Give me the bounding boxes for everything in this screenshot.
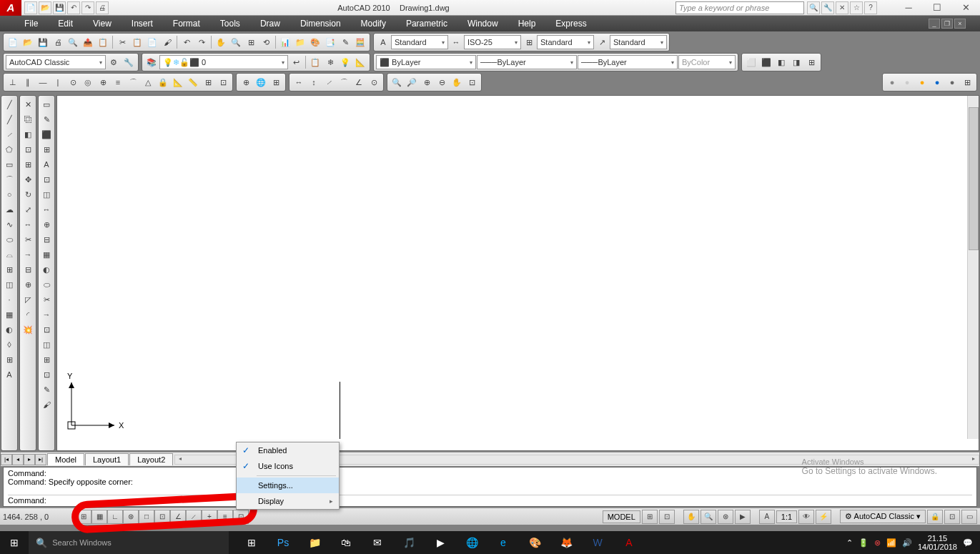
move-icon[interactable]: ✥ xyxy=(21,172,35,187)
m16-icon[interactable]: ⊡ xyxy=(39,322,54,337)
m3-icon[interactable]: ⬛ xyxy=(39,127,54,142)
markup-icon[interactable]: ✎ xyxy=(338,35,352,49)
qat-print-icon[interactable]: 🖨 xyxy=(96,1,109,14)
tab-first[interactable]: |◂ xyxy=(1,454,12,465)
favorites-icon[interactable]: ☆ xyxy=(850,1,863,14)
tray-chevron-icon[interactable]: ⌃ xyxy=(846,538,853,548)
polygon-icon[interactable]: ⬠ xyxy=(2,142,16,157)
space-button[interactable]: MODEL xyxy=(603,510,640,523)
drawing-canvas[interactable]: X Y xyxy=(56,95,979,451)
linetype-dropdown[interactable]: ─── ByLayer xyxy=(477,55,577,69)
ctx-display[interactable]: Display ▸ xyxy=(237,493,339,509)
otrack-toggle[interactable]: ∠ xyxy=(170,510,186,524)
explorer-icon[interactable]: 📁 xyxy=(299,531,330,554)
toolbar-lock-icon[interactable]: 🔒 xyxy=(927,510,943,524)
qview-drawings-icon[interactable]: ⊡ xyxy=(659,510,675,524)
m5-icon[interactable]: A xyxy=(39,157,54,172)
tab-next[interactable]: ▸ xyxy=(24,454,35,465)
scroll-left-icon[interactable]: ◂ xyxy=(175,455,185,464)
chamfer-icon[interactable]: ◸ xyxy=(21,292,35,307)
notifications-icon[interactable]: 💬 xyxy=(963,538,973,548)
tab-model[interactable]: Model xyxy=(47,453,84,465)
ortho-toggle[interactable]: ∟ xyxy=(107,510,123,524)
coordinates-display[interactable]: 1464. 258 , 0 xyxy=(3,513,74,521)
tab-prev[interactable]: ◂ xyxy=(12,454,24,465)
pc12-icon[interactable]: 📐 xyxy=(171,75,185,89)
menu-parametric[interactable]: Parametric xyxy=(396,16,457,31)
ellarc-icon[interactable]: ⌓ xyxy=(2,247,16,262)
close-button[interactable]: ✕ xyxy=(951,0,980,16)
menu-view[interactable]: View xyxy=(83,16,122,31)
r3-icon[interactable]: ● xyxy=(915,75,929,89)
f1-icon[interactable]: 🔍 xyxy=(390,75,404,89)
f5-icon[interactable]: ✋ xyxy=(450,75,464,89)
scale-icon[interactable]: ⤢ xyxy=(21,202,35,217)
showmotion-icon[interactable]: ▶ xyxy=(735,510,751,524)
qview-layouts-icon[interactable]: ⊞ xyxy=(642,510,658,524)
line-icon[interactable]: ╱ xyxy=(2,97,16,112)
join-icon[interactable]: ⊕ xyxy=(21,277,35,292)
tab-last[interactable]: ▸| xyxy=(35,454,46,465)
pan2-icon[interactable]: ✋ xyxy=(683,510,699,524)
textstyle-icon[interactable]: A xyxy=(376,35,390,49)
zoom2-icon[interactable]: 🔍 xyxy=(701,510,716,524)
app-logo[interactable]: A xyxy=(0,0,21,16)
erase-icon[interactable]: ✕ xyxy=(21,97,35,112)
qat-new-icon[interactable]: 📄 xyxy=(24,1,37,14)
qat-open-icon[interactable]: 📂 xyxy=(39,1,51,14)
layer-iso-icon[interactable]: 📋 xyxy=(308,55,322,69)
menu-format[interactable]: Format xyxy=(163,16,210,31)
groove-icon[interactable]: 🎵 xyxy=(393,531,425,554)
start-button[interactable]: ⊞ xyxy=(0,531,29,554)
m6-icon[interactable]: ⊡ xyxy=(39,172,54,187)
ctx-settings[interactable]: Settings... xyxy=(237,478,339,493)
pc1-icon[interactable]: ⊥ xyxy=(6,75,20,89)
lwt-toggle[interactable]: ≡ xyxy=(217,510,233,524)
m18-icon[interactable]: ⊞ xyxy=(39,352,54,367)
zoom-rt-icon[interactable]: 🔍 xyxy=(229,35,243,49)
undo-icon[interactable]: ↶ xyxy=(179,35,194,49)
stretch-icon[interactable]: ↔ xyxy=(21,217,35,232)
r4-icon[interactable]: ● xyxy=(930,75,944,89)
paste-icon[interactable]: 📄 xyxy=(145,35,159,49)
dimstyle-icon[interactable]: ↔ xyxy=(449,35,463,49)
pc2-icon[interactable]: ∥ xyxy=(21,75,35,89)
plotstyle-dropdown[interactable]: ByColor xyxy=(678,55,736,69)
mleaderstyle-icon[interactable]: ↗ xyxy=(595,35,609,49)
tp-icon[interactable]: 🎨 xyxy=(308,35,322,49)
pc5-icon[interactable]: ⊙ xyxy=(66,75,80,89)
do2-icon[interactable]: ⬛ xyxy=(759,55,773,69)
osnap-toggle[interactable]: □ xyxy=(139,510,154,524)
word-icon[interactable]: W xyxy=(582,531,613,554)
firefox-icon[interactable]: 🦊 xyxy=(550,531,582,554)
zoom-prev-icon[interactable]: ⟲ xyxy=(259,35,273,49)
break-icon[interactable]: ⊟ xyxy=(21,262,35,277)
xline-icon[interactable]: ╱ xyxy=(2,112,16,127)
comm-icon[interactable]: 🔧 xyxy=(821,1,834,14)
annoscale-icon[interactable]: A xyxy=(759,510,775,524)
lineweight-dropdown[interactable]: ─── ByLayer xyxy=(578,55,678,69)
qat-undo-icon[interactable]: ↶ xyxy=(67,1,80,14)
revcloud-icon[interactable]: ☁ xyxy=(2,202,16,217)
fillet-icon[interactable]: ◜ xyxy=(21,307,35,322)
r5-icon[interactable]: ● xyxy=(945,75,959,89)
m15-icon[interactable]: → xyxy=(39,307,54,322)
ws-toolbar-icon[interactable]: 🔧 xyxy=(122,55,136,69)
pc4-icon[interactable]: | xyxy=(51,75,65,89)
help-icon[interactable]: ? xyxy=(864,1,877,14)
ws-settings-icon[interactable]: ⚙ xyxy=(107,55,121,69)
pc15-icon[interactable]: ⊡ xyxy=(216,75,230,89)
layer-match-icon[interactable]: 📐 xyxy=(353,55,367,69)
workspace-switch[interactable]: ⚙ AutoCAD Classic ▾ xyxy=(840,510,926,523)
rotate-icon[interactable]: ↻ xyxy=(21,187,35,202)
m19-icon[interactable]: ⊡ xyxy=(39,367,54,382)
exchange-icon[interactable]: ✕ xyxy=(836,1,848,14)
m8-icon[interactable]: ↔ xyxy=(39,202,54,217)
d4-icon[interactable]: ⌒ xyxy=(337,75,351,89)
m20-icon[interactable]: ✎ xyxy=(39,382,54,397)
do4-icon[interactable]: ◨ xyxy=(789,55,803,69)
m10-icon[interactable]: ⊟ xyxy=(39,232,54,247)
block-icon[interactable]: ◫ xyxy=(2,277,16,292)
layer-freeze-icon[interactable]: ❄ xyxy=(323,55,337,69)
scroll-right-icon[interactable]: ▸ xyxy=(969,455,979,464)
